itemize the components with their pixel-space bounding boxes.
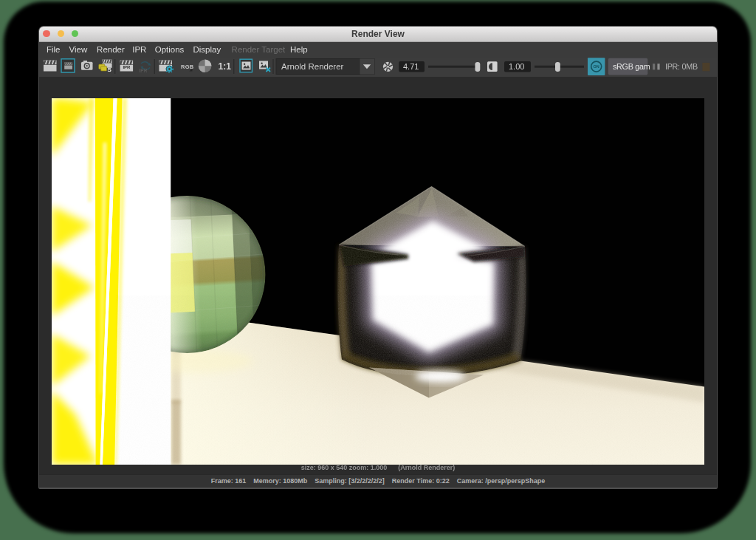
- svg-text:4.71: 4.71: [403, 62, 419, 71]
- svg-text:Arnold Renderer: Arnold Renderer: [281, 62, 344, 71]
- svg-text:IPR: 0MB: IPR: 0MB: [665, 62, 698, 71]
- svg-text:S: S: [108, 66, 112, 73]
- svg-text:1:1: 1:1: [219, 61, 232, 72]
- svg-text:sRGB gam: sRGB gam: [613, 62, 650, 71]
- svg-text:IPR: IPR: [140, 68, 148, 73]
- svg-text:ON: ON: [594, 64, 599, 69]
- svg-text:IPR: IPR: [123, 65, 131, 69]
- svg-text:1.00: 1.00: [509, 62, 524, 71]
